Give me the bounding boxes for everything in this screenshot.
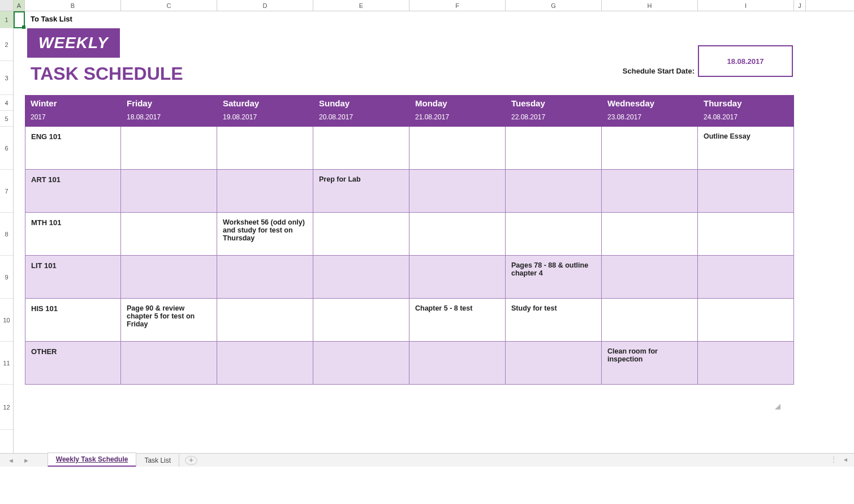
col-header-F[interactable]: F	[409, 0, 506, 11]
cell-A2[interactable]	[14, 28, 25, 61]
to-task-list-link[interactable]: To Task List	[25, 11, 217, 28]
row-header-9[interactable]: 9	[0, 256, 13, 299]
row-header-4[interactable]: 4	[0, 95, 13, 111]
select-all-corner[interactable]	[0, 0, 14, 11]
row-label-mth[interactable]: MTH 101	[25, 213, 121, 256]
sheet-tab-weekly[interactable]: Weekly Task Schedule	[48, 453, 137, 467]
cell-A6[interactable]	[14, 127, 25, 170]
cell-J8[interactable]	[794, 213, 806, 256]
hdr-day-mon[interactable]: Monday	[409, 95, 506, 111]
cell-his-wed[interactable]	[602, 299, 698, 342]
cell-A9[interactable]	[14, 256, 25, 299]
cell-J5[interactable]	[794, 111, 806, 127]
row-header-3[interactable]: 3	[0, 61, 13, 95]
row-header-10[interactable]: 10	[0, 299, 13, 342]
cell-other-tue[interactable]	[506, 342, 602, 385]
cell-mth-wed[interactable]	[602, 213, 698, 256]
scroll-grip-icon[interactable]: ⋮	[830, 455, 838, 463]
hdr-day-tue[interactable]: Tuesday	[506, 95, 602, 111]
cell-J11[interactable]	[794, 342, 806, 385]
row-label-eng[interactable]: ENG 101	[25, 127, 121, 170]
cell-A3[interactable]	[14, 61, 25, 95]
cell-mth-thu[interactable]	[698, 213, 794, 256]
cell-art-fri[interactable]	[121, 170, 217, 213]
col-header-D[interactable]: D	[217, 0, 313, 11]
cell-mth-sat[interactable]: Worksheet 56 (odd only) and study for te…	[217, 213, 313, 256]
cell-A7[interactable]	[14, 170, 25, 213]
col-header-G[interactable]: G	[506, 0, 602, 11]
row-label-art[interactable]: ART 101	[25, 170, 121, 213]
cell-other-fri[interactable]	[121, 342, 217, 385]
cell-lit-tue[interactable]: Pages 78 - 88 & outline chapter 4	[506, 256, 602, 299]
hdr-date-sun[interactable]: 20.08.2017	[313, 111, 409, 127]
hdr-year[interactable]: 2017	[25, 111, 121, 127]
row-header-6[interactable]: 6	[0, 127, 13, 170]
col-header-A[interactable]: A	[14, 0, 25, 11]
cell-A5[interactable]	[14, 111, 25, 127]
cell-other-sat[interactable]	[217, 342, 313, 385]
cell-J9[interactable]	[794, 256, 806, 299]
row-header-11[interactable]: 11	[0, 342, 13, 385]
col-header-J[interactable]: J	[794, 0, 806, 11]
col-header-E[interactable]: E	[313, 0, 409, 11]
sheet-tab-tasklist[interactable]: Task List	[136, 454, 179, 467]
cell-his-sun[interactable]	[313, 299, 409, 342]
cell-lit-sat[interactable]	[217, 256, 313, 299]
row3-blank[interactable]	[313, 61, 602, 95]
cell-A11[interactable]	[14, 342, 25, 385]
cell-J4[interactable]	[794, 95, 806, 111]
col-header-B[interactable]: B	[25, 0, 121, 11]
cell-mth-sun[interactable]	[313, 213, 409, 256]
col-header-C[interactable]: C	[121, 0, 217, 11]
cell-art-wed[interactable]	[602, 170, 698, 213]
cell-his-sat[interactable]	[217, 299, 313, 342]
cell-mth-fri[interactable]	[121, 213, 217, 256]
cell-other-wed[interactable]: Clean room for inspection	[602, 342, 698, 385]
cell-other-sun[interactable]	[313, 342, 409, 385]
row-header-5[interactable]: 5	[0, 111, 13, 127]
cell-A10[interactable]	[14, 299, 25, 342]
cell-lit-fri[interactable]	[121, 256, 217, 299]
cell-eng-mon[interactable]	[409, 127, 506, 170]
start-date-cell[interactable]: 18.08.2017	[698, 61, 794, 95]
hdr-date-sat[interactable]: 19.08.2017	[217, 111, 313, 127]
cell-lit-sun[interactable]	[313, 256, 409, 299]
cell-lit-thu[interactable]	[698, 256, 794, 299]
cell-his-fri[interactable]: Page 90 & review chapter 5 for test on F…	[121, 299, 217, 342]
hdr-day-fri[interactable]: Friday	[121, 95, 217, 111]
cell-A4[interactable]	[14, 95, 25, 111]
cell-J7[interactable]	[794, 170, 806, 213]
scroll-left-icon[interactable]: ◄	[843, 456, 848, 463]
table-resize-grip-icon[interactable]	[775, 404, 780, 410]
hdr-date-tue[interactable]: 22.08.2017	[506, 111, 602, 127]
cell-eng-sun[interactable]	[313, 127, 409, 170]
hdr-day-thu[interactable]: Thursday	[698, 95, 794, 111]
cell-his-thu[interactable]	[698, 299, 794, 342]
cell-eng-tue[interactable]	[506, 127, 602, 170]
cell-mth-mon[interactable]	[409, 213, 506, 256]
col-header-H[interactable]: H	[602, 0, 698, 11]
row12-blank[interactable]	[14, 385, 806, 430]
cell-art-sat[interactable]	[217, 170, 313, 213]
row-header-7[interactable]: 7	[0, 170, 13, 213]
cell-mth-tue[interactable]	[506, 213, 602, 256]
sheet-area[interactable]: To Task List WEEKLY TASK SCHEDULE Schedu…	[14, 11, 854, 453]
hdr-date-wed[interactable]: 23.08.2017	[602, 111, 698, 127]
hdr-season[interactable]: Winter	[25, 95, 121, 111]
cell-eng-sat[interactable]	[217, 127, 313, 170]
tab-nav-next-icon[interactable]: ►	[23, 457, 29, 464]
hdr-date-thu[interactable]: 24.08.2017	[698, 111, 794, 127]
tab-nav-prev-icon[interactable]: ◄	[8, 457, 14, 464]
cell-eng-wed[interactable]	[602, 127, 698, 170]
hdr-date-mon[interactable]: 21.08.2017	[409, 111, 506, 127]
col-header-I[interactable]: I	[698, 0, 794, 11]
hdr-day-sun[interactable]: Sunday	[313, 95, 409, 111]
row-header-2[interactable]: 2	[0, 28, 13, 61]
hdr-date-fri[interactable]: 18.08.2017	[121, 111, 217, 127]
add-sheet-button[interactable]: +	[185, 456, 197, 465]
cell-his-mon[interactable]: Chapter 5 - 8 test	[409, 299, 506, 342]
row-header-12[interactable]: 12	[0, 385, 13, 430]
cell-other-thu[interactable]	[698, 342, 794, 385]
row1-blank[interactable]	[217, 11, 806, 28]
cell-other-mon[interactable]	[409, 342, 506, 385]
